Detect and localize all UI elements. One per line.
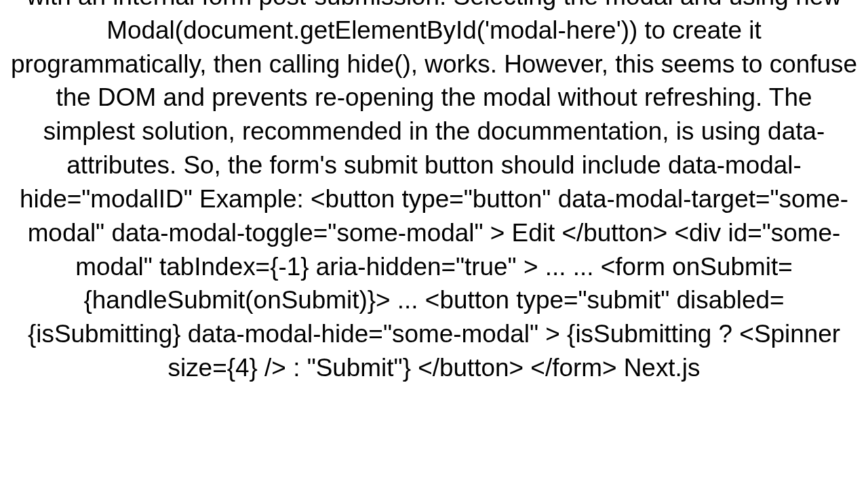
page-viewport: with an internal form post-submission. S… xyxy=(0,0,868,488)
article-body: with an internal form post-submission. S… xyxy=(0,0,868,385)
